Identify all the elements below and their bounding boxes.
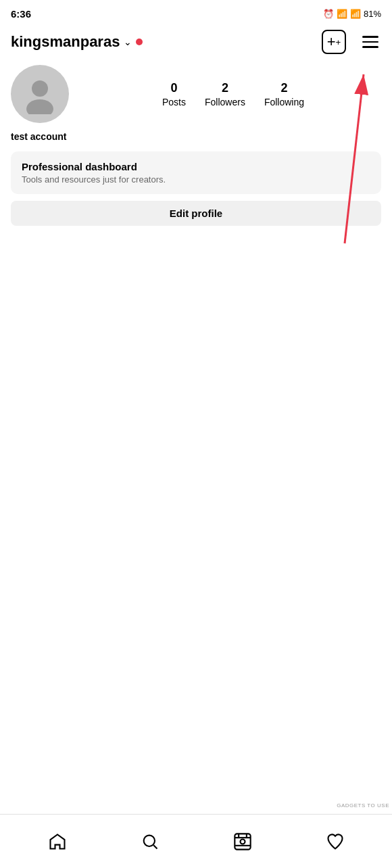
followers-count: 2 (222, 81, 228, 95)
avatar[interactable] (11, 65, 69, 123)
edit-profile-button[interactable]: Edit profile (11, 201, 381, 226)
posts-stat[interactable]: 0 Posts (162, 81, 186, 107)
bottom-nav (0, 814, 392, 868)
nav-actions: + (319, 27, 381, 57)
svg-point-3 (26, 99, 53, 114)
following-stat[interactable]: 2 Following (264, 81, 304, 107)
alarm-icon: ⏰ (323, 9, 334, 19)
reels-nav-button[interactable] (196, 815, 289, 868)
status-time: 6:36 (11, 8, 31, 20)
following-label: Following (264, 97, 304, 107)
posts-count: 0 (170, 81, 177, 95)
chevron-down-icon[interactable]: ⌄ (124, 37, 132, 47)
svg-point-2 (32, 80, 48, 97)
posts-label: Posts (162, 97, 186, 107)
wifi-icon: 📶 (350, 9, 361, 19)
svg-point-4 (143, 835, 154, 846)
bluetooth-icon: 📶 (337, 9, 347, 19)
menu-button[interactable] (360, 33, 381, 51)
display-name: test account (11, 131, 381, 142)
status-bar: 6:36 ⏰ 📶 📶 81% (0, 0, 392, 24)
add-icon: + (322, 30, 346, 54)
dashboard-subtitle: Tools and resources just for creators. (22, 174, 370, 185)
svg-point-7 (240, 839, 245, 844)
avatar-icon (20, 74, 60, 114)
heart-icon (326, 832, 345, 851)
dashboard-title: Professional dashboard (22, 161, 370, 172)
likes-nav-button[interactable] (289, 815, 381, 868)
watermark: GADGETS TO USE (337, 802, 389, 809)
home-nav-button[interactable] (11, 815, 103, 868)
svg-rect-6 (235, 834, 250, 849)
followers-label: Followers (205, 97, 245, 107)
battery-text: 81% (364, 9, 381, 19)
username-area: kingsmanparas ⌄ (11, 33, 143, 51)
search-icon (141, 832, 160, 851)
stats-row: 0 Posts 2 Followers 2 Following (85, 81, 381, 107)
professional-dashboard-card[interactable]: Professional dashboard Tools and resourc… (11, 151, 381, 194)
username-label: kingsmanparas (11, 33, 120, 51)
search-nav-button[interactable] (103, 815, 196, 868)
profile-info-row: 0 Posts 2 Followers 2 Following (11, 65, 381, 123)
following-count: 2 (280, 81, 287, 95)
online-status-dot (136, 39, 143, 45)
home-icon (48, 832, 67, 851)
followers-stat[interactable]: 2 Followers (205, 81, 245, 107)
status-icons: ⏰ 📶 📶 81% (323, 9, 381, 19)
add-content-button[interactable]: + (319, 27, 349, 57)
hamburger-icon (362, 36, 378, 48)
profile-section: 0 Posts 2 Followers 2 Following test acc… (0, 59, 392, 237)
top-nav: kingsmanparas ⌄ + (0, 24, 392, 59)
reels-icon (233, 832, 252, 851)
svg-line-5 (153, 845, 157, 848)
